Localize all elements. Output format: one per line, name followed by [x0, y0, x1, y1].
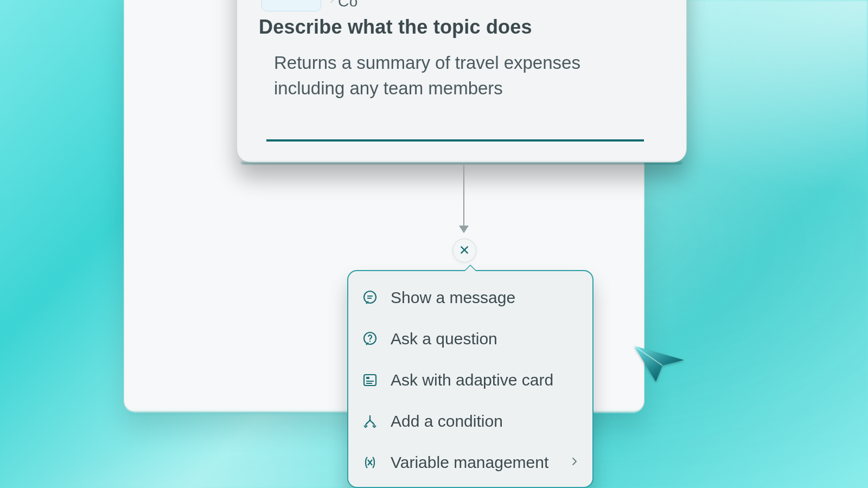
- adaptive-card-icon: [361, 371, 379, 389]
- menu-item-label: Ask with adaptive card: [391, 371, 553, 389]
- section-title: Describe what the topic does: [259, 16, 532, 38]
- menu-item-adaptive-card[interactable]: Ask with adaptive card: [348, 360, 592, 401]
- close-icon: [458, 244, 470, 258]
- menu-item-show-message[interactable]: Show a message: [348, 278, 592, 319]
- variable-icon: [361, 454, 379, 471]
- topic-description-input[interactable]: Returns a summary of travel expenses inc…: [266, 46, 644, 142]
- svg-point-0: [364, 291, 376, 303]
- menu-item-label: Add a condition: [391, 412, 503, 431]
- menu-item-variable-management[interactable]: Variable management: [348, 442, 592, 484]
- card-thumbnail: [261, 0, 321, 11]
- menu-item-label: Variable management: [391, 453, 548, 472]
- add-node-menu: Show a message Ask a question Ask with a…: [347, 270, 593, 488]
- close-add-node-button[interactable]: [452, 239, 476, 262]
- menu-item-label: Show a message: [391, 288, 515, 307]
- svg-rect-4: [366, 377, 369, 379]
- truncated-label: Co: [338, 0, 358, 10]
- menu-item-label: Ask a question: [391, 330, 497, 348]
- chevron-right-icon: [570, 457, 579, 468]
- menu-item-add-condition[interactable]: Add a condition: [348, 401, 592, 442]
- chat-bubble-icon: [361, 289, 379, 306]
- topic-description-value: Returns a summary of travel expenses inc…: [274, 50, 636, 101]
- flow-connector: [463, 163, 464, 232]
- question-icon: [361, 330, 379, 348]
- menu-caret: [464, 265, 477, 271]
- branch-icon: [361, 413, 379, 430]
- trigger-card: Co Describe what the topic does Returns …: [237, 0, 687, 163]
- svg-point-2: [369, 341, 371, 342]
- menu-item-ask-question[interactable]: Ask a question: [348, 319, 592, 360]
